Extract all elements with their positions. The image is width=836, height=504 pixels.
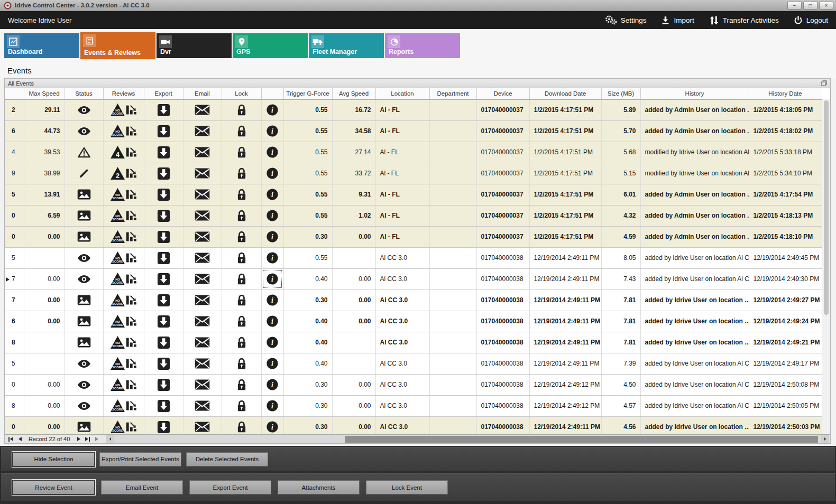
image-icon[interactable] [77, 422, 91, 432]
image-icon[interactable] [77, 316, 91, 326]
export-icon[interactable] [157, 104, 170, 117]
lock-icon[interactable] [236, 294, 247, 307]
email-icon[interactable] [195, 358, 210, 369]
export-icon[interactable] [157, 336, 170, 349]
lock-icon[interactable] [236, 378, 247, 391]
email-icon[interactable] [195, 295, 210, 305]
review-score-triangle-icon[interactable]: NOSCORE [110, 335, 125, 349]
delete-selected-events-button[interactable]: Delete Selected Events [186, 452, 268, 466]
review-event-button[interactable]: Review Event [13, 480, 95, 494]
review-chart-icon[interactable] [125, 146, 137, 158]
event-row[interactable]: 80.00NOSCOREi0.300.00Al CC 3.00170400000… [5, 395, 822, 416]
panel-float-icon[interactable] [821, 80, 827, 86]
event-row[interactable]: 70.00NOSCOREi0.400.00Al CC 3.00170400000… [5, 268, 822, 290]
tab-dashboard[interactable]: Dashboard [4, 33, 79, 58]
image-icon[interactable] [77, 337, 91, 348]
pager-prev-button[interactable] [15, 435, 24, 443]
menubar-item-settings[interactable]: Settings [604, 15, 647, 25]
menubar-item-logout[interactable]: Logout [794, 16, 828, 25]
column-header-device[interactable]: Device [476, 88, 529, 99]
image-icon[interactable] [77, 295, 91, 305]
review-score-triangle-icon[interactable]: NOSCORE [110, 420, 125, 434]
column-header-trigger-g-force[interactable]: Trigger G-Force [283, 88, 332, 99]
column-header-info[interactable] [261, 88, 283, 99]
column-header-location[interactable]: Location [375, 88, 429, 99]
eye-icon[interactable] [77, 380, 91, 390]
event-row[interactable]: 513.91NOSCOREi0.559.31Al - FL01704000003… [5, 184, 822, 205]
lock-icon[interactable] [236, 125, 247, 138]
image-icon[interactable] [77, 210, 91, 221]
email-icon[interactable] [195, 126, 210, 136]
info-icon[interactable]: i [266, 251, 279, 264]
info-icon[interactable]: i [266, 104, 279, 116]
event-row[interactable]: 00.00NOSCOREi0.300.00Al CC 3.00170400000… [5, 374, 822, 395]
info-icon[interactable]: i [266, 357, 279, 370]
maximize-button[interactable]: □ [803, 2, 817, 10]
minimize-button[interactable]: − [787, 2, 802, 10]
export-icon[interactable] [157, 125, 170, 138]
email-icon[interactable] [195, 105, 210, 115]
export-icon[interactable] [157, 251, 170, 265]
vertical-scrollbar-thumb[interactable] [824, 100, 829, 315]
event-row[interactable]: 70.00NOSCOREi0.300.00Al CC 3.00170400000… [5, 290, 822, 311]
lock-icon[interactable] [236, 336, 247, 349]
eye-icon[interactable] [77, 274, 91, 284]
email-icon[interactable] [195, 337, 210, 348]
event-row[interactable]: 644.73NOSCOREi0.5534.58Al - FL0170400000… [5, 120, 822, 142]
column-header-lock[interactable]: Lock [222, 88, 261, 99]
email-icon[interactable] [195, 379, 210, 390]
column-header-export[interactable]: Export [144, 88, 183, 99]
review-chart-icon[interactable] [125, 189, 137, 201]
email-icon[interactable] [195, 274, 210, 284]
pager-append-button[interactable] [92, 435, 101, 443]
event-row[interactable]: 06.59NOSCOREi0.551.02Al - FL017040000037… [5, 205, 822, 226]
review-chart-icon[interactable] [125, 125, 137, 137]
column-header-status[interactable]: Status [65, 88, 103, 99]
review-chart-icon[interactable] [125, 273, 137, 285]
column-header-reviews[interactable]: Reviews [103, 88, 144, 99]
review-score-triangle-icon[interactable]: 4 [110, 145, 125, 159]
column-header-avg-speed[interactable]: Avg Speed [332, 88, 375, 99]
email-event-button[interactable]: Email Event [101, 480, 183, 494]
export-icon[interactable] [157, 315, 170, 328]
lock-event-button[interactable]: Lock Event [366, 480, 448, 494]
attachments-button[interactable]: Attachments [278, 480, 360, 494]
eye-icon[interactable] [77, 253, 91, 263]
email-icon[interactable] [195, 231, 210, 242]
email-icon[interactable] [195, 400, 210, 411]
event-row[interactable]: 60.00NOSCOREi0.400.00Al CC 3.00170400000… [5, 311, 822, 332]
review-chart-icon[interactable] [125, 358, 137, 370]
info-icon[interactable]: i [266, 315, 279, 328]
email-icon[interactable] [195, 189, 210, 200]
review-chart-icon[interactable] [125, 294, 137, 306]
tab-fleet-manager[interactable]: Fleet Manager [309, 33, 384, 58]
review-chart-icon[interactable] [125, 337, 137, 349]
export-icon[interactable] [157, 230, 170, 244]
export-icon[interactable] [157, 357, 170, 370]
email-icon[interactable] [195, 316, 210, 326]
eye-icon[interactable] [77, 126, 91, 136]
event-row[interactable]: 439.534i0.5527.14Al - FL0170400000371/2/… [5, 142, 822, 163]
review-chart-icon[interactable] [125, 421, 137, 433]
info-icon[interactable]: i [266, 125, 279, 137]
column-header-download-date[interactable]: Download Date [529, 88, 601, 99]
email-icon[interactable] [195, 168, 210, 179]
export-icon[interactable] [157, 378, 170, 391]
info-icon[interactable]: i [266, 167, 279, 180]
hscroll-right-arrow[interactable] [821, 435, 829, 443]
pencil-icon[interactable] [78, 168, 89, 179]
event-row[interactable]: 8NOSCOREi0.40Al CC 3.001704000003812/19/… [5, 332, 822, 353]
lock-icon[interactable] [236, 399, 247, 413]
column-header-max-speed[interactable]: Max Speed [24, 88, 65, 99]
export-icon[interactable] [157, 209, 170, 222]
review-score-triangle-icon[interactable]: NOSCORE [110, 293, 125, 307]
lock-icon[interactable] [236, 104, 247, 117]
lock-icon[interactable] [236, 357, 247, 370]
event-row[interactable]: 00.00NOSCOREi0.300.00Al CC 3.00170400000… [5, 416, 822, 434]
event-row[interactable]: 5NOSCOREi0.40Al CC 3.001704000003812/19/… [5, 353, 822, 374]
export-icon[interactable] [157, 294, 170, 307]
review-score-triangle-icon[interactable]: NOSCORE [110, 103, 125, 117]
review-chart-icon[interactable] [125, 252, 137, 264]
lock-icon[interactable] [236, 188, 247, 201]
column-header-email[interactable]: Email [183, 88, 222, 99]
